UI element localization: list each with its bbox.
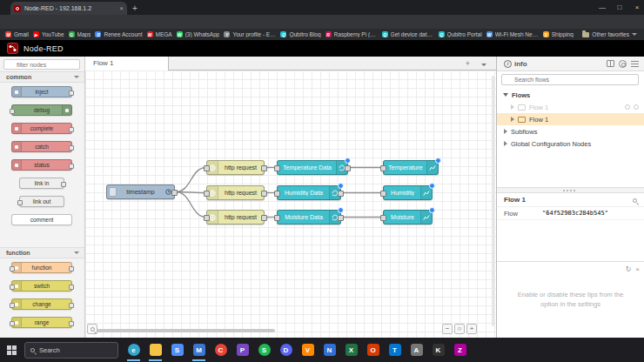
taskbar-app[interactable]: N [321, 339, 338, 361]
output-port[interactable] [261, 191, 267, 197]
bookmark[interactable]: ▶YouTube [33, 31, 64, 37]
flow-node-temperature-data[interactable]: Temperature Data [277, 160, 348, 175]
bookmark[interactable]: YYour profile - Edg... [224, 31, 276, 37]
config-icon[interactable] [619, 60, 627, 68]
sidebar-menu-icon[interactable] [631, 61, 639, 67]
output-port[interactable] [261, 165, 267, 171]
taskbar-app[interactable]: O [365, 339, 381, 361]
bookmark[interactable]: RRenee Account [95, 31, 142, 37]
tree-item-flows[interactable]: Flows [497, 89, 644, 101]
tree-item-subflows[interactable]: Subflows [497, 125, 644, 137]
zoom-out-button[interactable]: − [442, 324, 453, 334]
input-port[interactable] [204, 215, 210, 221]
inject-button[interactable] [109, 187, 117, 197]
taskbar-app[interactable]: V [299, 339, 316, 361]
palette-node-complete[interactable]: complete [11, 123, 72, 134]
input-port[interactable] [274, 165, 280, 171]
toggle-visibility-icon[interactable] [625, 104, 630, 110]
bookmark[interactable]: RRaspberry Pi (mas... [325, 31, 378, 37]
input-port[interactable] [204, 191, 210, 197]
output-port[interactable] [338, 191, 344, 197]
bookmark[interactable]: WWi-Fi Mesh Netw... [486, 31, 539, 37]
taskbar-app[interactable]: S [256, 339, 272, 361]
tips-refresh-icon[interactable]: ↻ [626, 265, 632, 273]
taskbar-app[interactable] [147, 339, 164, 361]
zoom-in-button[interactable]: + [466, 324, 477, 334]
flow-node-inject-timestamp[interactable]: timestamp [106, 184, 175, 199]
flow-node-http-request[interactable]: http request [206, 185, 265, 200]
tips-close-icon[interactable]: × [635, 265, 640, 273]
output-port[interactable] [345, 165, 351, 171]
search-icon[interactable] [633, 198, 637, 203]
palette-node-range[interactable]: range [11, 317, 72, 328]
palette-node-comment[interactable]: comment [11, 214, 72, 225]
canvas-navigator-button[interactable] [87, 324, 97, 334]
taskbar-app[interactable]: C [212, 339, 229, 361]
flow-canvas[interactable]: timestamp http request Temperature Data … [85, 70, 496, 338]
palette-node-link-out[interactable]: link out [19, 196, 64, 207]
browser-tab[interactable]: Node-RED - 192.168.1.2 × [10, 2, 127, 15]
flow-list-button[interactable] [478, 58, 489, 69]
bookmark[interactable]: MGmail [5, 31, 29, 37]
window-close-button[interactable]: × [628, 0, 644, 15]
window-maximize-button[interactable]: □ [611, 0, 628, 15]
tree-item-flow1-selected[interactable]: Flow 1 [497, 113, 644, 125]
tree-item-global-config[interactable]: Global Configuration Nodes [497, 137, 644, 150]
palette-node-inject[interactable]: inject [11, 86, 72, 97]
sidebar-splitter[interactable] [497, 187, 644, 193]
taskbar-app[interactable]: T [386, 339, 403, 361]
taskbar-app[interactable]: S [169, 339, 185, 361]
taskbar-app[interactable]: A [408, 339, 425, 361]
flow-node-http-request[interactable]: http request [206, 210, 265, 225]
zoom-reset-button[interactable]: ○ [454, 324, 465, 334]
output-port[interactable] [261, 215, 267, 221]
taskbar-app[interactable]: Z [452, 339, 468, 361]
palette-filter-input[interactable] [3, 59, 80, 70]
taskbar-app[interactable]: M [191, 339, 207, 361]
flow-node-moisture-data[interactable]: Moisture Data [277, 210, 341, 225]
start-button[interactable] [0, 338, 23, 362]
flow-node-http-request[interactable]: http request [206, 160, 265, 175]
new-tab-button[interactable]: + [132, 3, 138, 14]
flow-node-temperature-chart[interactable]: Temperature [383, 160, 439, 175]
horizontal-scrollbar[interactable] [92, 329, 275, 332]
input-port[interactable] [380, 165, 386, 171]
input-port[interactable] [274, 215, 280, 221]
output-port[interactable] [171, 190, 178, 196]
flow-node-humidity-chart[interactable]: Humidity [383, 185, 433, 200]
palette-node-function[interactable]: function [11, 262, 72, 273]
bookmark[interactable]: GMaps [69, 31, 91, 37]
palette-node-switch[interactable]: switch [11, 280, 72, 292]
bookmark[interactable]: QQubitro Blog [280, 31, 320, 37]
palette-node-debug[interactable]: debug [11, 104, 72, 116]
palette-section-function[interactable]: function [0, 247, 84, 258]
input-port[interactable] [380, 215, 386, 221]
input-port[interactable] [380, 191, 386, 197]
tab-info[interactable]: i info [504, 60, 527, 68]
flow-node-humidity-data[interactable]: Humidity Data [277, 185, 341, 200]
palette-node-link-in[interactable]: link in [19, 178, 64, 189]
palette-node-catch[interactable]: catch [11, 141, 72, 152]
input-port[interactable] [204, 165, 210, 171]
bookmark[interactable]: MMEGA [147, 31, 172, 37]
settings-icon[interactable] [634, 104, 639, 110]
help-icon[interactable] [607, 60, 614, 67]
output-port[interactable] [338, 215, 344, 221]
workspace-tab-flow1[interactable]: Flow 1 [85, 57, 169, 70]
search-flows-input[interactable] [501, 74, 639, 85]
palette-node-change[interactable]: change [11, 298, 72, 310]
bookmark[interactable]: QQubitro Portal [439, 31, 482, 37]
taskbar-app[interactable]: D [278, 339, 294, 361]
taskbar-search[interactable]: Search [24, 342, 118, 359]
vertical-scrollbar[interactable] [492, 76, 494, 326]
other-favorites-button[interactable]: Other favorites [575, 29, 644, 40]
window-minimize-button[interactable]: — [594, 0, 611, 15]
taskbar-app[interactable]: X [343, 339, 359, 361]
add-flow-button[interactable]: + [462, 58, 473, 69]
taskbar-app[interactable]: P [234, 339, 251, 361]
flow-node-moisture-chart[interactable]: Moisture [383, 210, 433, 225]
tab-close-icon[interactable]: × [119, 4, 124, 12]
bookmark[interactable]: QGet device data b... [382, 31, 434, 37]
palette-section-common[interactable]: common [0, 71, 84, 83]
taskbar-app[interactable]: K [430, 339, 446, 361]
